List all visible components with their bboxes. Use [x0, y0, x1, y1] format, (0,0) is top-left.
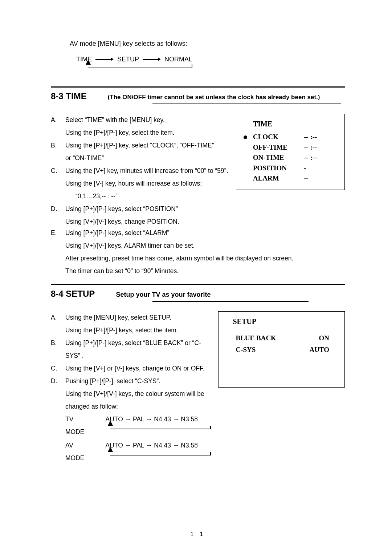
step-label: B. [51, 139, 59, 152]
section-divider [51, 284, 345, 285]
flow-setup: SETUP [117, 56, 139, 63]
mode-chains: TV MODE AUTO → PAL → N4.43 → N3.58 AV MO… [65, 413, 211, 465]
panel-key: ALARM [253, 173, 304, 184]
tv-mode-label: TV MODE [65, 413, 85, 438]
loop-arrow-icon [106, 451, 211, 459]
panel-title: SETUP [233, 317, 338, 326]
step-text: Pushing [P+]/[P-], select “C-SYS”. [65, 375, 211, 388]
section-8-3-header: 8-3 TIME (The ON/OFF timer cannot be set… [51, 91, 345, 101]
step-text: The timer can be set “0” to “90” Minutes… [65, 265, 345, 278]
bullet-icon [244, 135, 247, 139]
section-title: 8-4 SETUP [51, 289, 95, 299]
chain-text: AUTO → PAL → N4.43 → N3.58 [106, 439, 211, 452]
section-8-4-body: A.Using the [MENU] key, select SETUP. Us… [51, 311, 345, 465]
section-subtitle: (The ON/OFF timer cannot be set unless t… [108, 94, 320, 101]
mode-flow: TIME SETUP NORMAL [76, 56, 345, 63]
step-text: Using [P+]/[P-] keys, select “BLUE BACK”… [65, 337, 211, 362]
sub-divider [152, 301, 309, 302]
arrow-right-icon [143, 58, 161, 61]
step-text: Using [P+]/[P-] keys, select “ALARM” [65, 227, 345, 239]
flow-normal: NORMAL [164, 56, 192, 63]
step-text: After presetting, preset time has come, … [65, 252, 345, 265]
panel-title: TIME [253, 120, 337, 128]
arrow-right-icon [95, 58, 114, 61]
loop-arrow-icon [106, 425, 211, 433]
panel-value: -- :-- [304, 132, 317, 142]
loop-arrow-icon [83, 64, 192, 72]
step-label: C. [51, 165, 59, 177]
step-text: or “ON-TIME” [65, 152, 229, 165]
step-label: B. [51, 337, 59, 362]
panel-value: -- :-- [304, 142, 317, 153]
steps-8-3-cont: E.Using [P+]/[P-] keys, select “ALARM” U… [51, 227, 345, 278]
time-osd-panel: TIME CLOCK-- :-- OFF-TIME-- :-- ON-TIME-… [236, 114, 345, 190]
intro-text: AV mode [MENU] key selects as follows: [70, 40, 345, 48]
av-mode-label: AV MODE [65, 439, 85, 465]
step-label: C. [51, 362, 59, 375]
step-text: Using [V+]/[V-] keys, ALARM timer can be… [65, 239, 345, 252]
panel-key: POSITION [253, 163, 304, 174]
steps-8-4: A.Using the [MENU] key, select SETUP. Us… [51, 311, 211, 465]
step-text: Using the [P+]/[P-] keys, select the ite… [65, 324, 211, 337]
step-label: D. [51, 375, 59, 388]
step-text: “0,1…23,-- : --” [75, 190, 229, 203]
section-title: 8-3 TIME [51, 91, 87, 101]
page-number: 1 1 [51, 531, 345, 538]
section-8-3-body: A.Select “TIME” with the [MENU] key. Usi… [51, 114, 345, 228]
step-text: Select “TIME” with the [MENU] key. [65, 114, 229, 126]
setup-osd-panel: SETUP BLUE BACKON C-SYSAUTO [218, 311, 345, 388]
step-label: A. [51, 311, 59, 324]
section-divider [51, 86, 345, 88]
panel-key: CLOCK [253, 132, 304, 142]
step-text: Using the [MENU] key, select SETUP. [65, 311, 211, 324]
panel-value: ON [319, 332, 330, 344]
panel-key: BLUE BACK [236, 332, 276, 344]
panel-value: AUTO [309, 344, 329, 356]
panel-key: ON-TIME [253, 153, 304, 163]
document-page: AV mode [MENU] key selects as follows: T… [0, 0, 392, 555]
step-label: A. [51, 114, 59, 126]
panel-key: C-SYS [236, 344, 256, 356]
panel-key: OFF-TIME [253, 142, 304, 153]
steps-8-3: A.Select “TIME” with the [MENU] key. Usi… [51, 114, 229, 228]
panel-value: -- :-- [304, 153, 317, 163]
step-text: Using [P+]/[P-] keys, select “POSITION” [65, 203, 229, 215]
panel-value: - [304, 163, 306, 174]
chain-text: AUTO → PAL → N4.43 → N3.58 [106, 413, 211, 426]
step-text: Using the [P+]/[P-] key, select the item… [65, 126, 229, 139]
step-text: Using [V+]/[V-] keys, change POSITION. [65, 215, 229, 228]
sub-divider [152, 104, 341, 104]
panel-value: -- [304, 173, 309, 184]
section-subtitle: Setup your TV as your favorite [116, 291, 211, 299]
step-text: Using the [V-] key, hours will increase … [65, 177, 229, 190]
step-text: changed as follow: [65, 400, 211, 413]
step-label: D. [51, 203, 59, 215]
step-text: Using the [V+] or [V-] keys, change to O… [65, 362, 211, 375]
step-label: E. [51, 227, 59, 239]
step-text: Using the [P+]/[P-] key, select “CLOCK”,… [65, 139, 229, 152]
step-text: Using the [V+]/[V-] keys, the colour sys… [65, 388, 211, 400]
step-text: Using the [V+] key, minutes will increas… [65, 165, 229, 177]
section-8-4-header: 8-4 SETUP Setup your TV as your favorite [51, 289, 345, 299]
